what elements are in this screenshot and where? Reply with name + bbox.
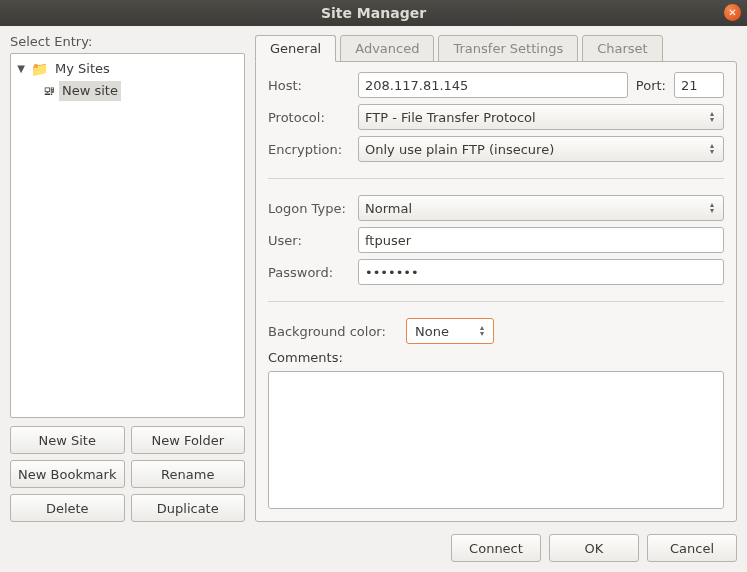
tab-bar: General Advanced Transfer Settings Chars… — [255, 34, 737, 62]
tree-root-label: My Sites — [52, 59, 113, 79]
duplicate-button[interactable]: Duplicate — [131, 494, 246, 522]
port-input[interactable] — [674, 72, 724, 98]
divider — [268, 178, 724, 179]
tree-root-row[interactable]: ▼ 📁 My Sites — [11, 58, 244, 80]
select-entry-label: Select Entry: — [10, 34, 245, 49]
tab-charset[interactable]: Charset — [582, 35, 663, 62]
chevron-down-icon[interactable]: ▼ — [15, 59, 27, 79]
user-label: User: — [268, 233, 350, 248]
logon-type-select[interactable]: Normal ▴▾ — [358, 195, 724, 221]
spinner-icon: ▴▾ — [705, 111, 719, 123]
protocol-value: FTP - File Transfer Protocol — [365, 110, 536, 125]
server-icon: 🖳 — [43, 81, 55, 101]
password-input[interactable] — [358, 259, 724, 285]
logon-type-value: Normal — [365, 201, 412, 216]
password-label: Password: — [268, 265, 350, 280]
spinner-icon: ▴▾ — [705, 143, 719, 155]
port-label: Port: — [636, 78, 666, 93]
ok-button[interactable]: OK — [549, 534, 639, 562]
bgcolor-value: None — [415, 324, 449, 339]
tab-panel-general: Host: Port: Protocol: FTP - File Transfe… — [255, 61, 737, 522]
connect-button[interactable]: Connect — [451, 534, 541, 562]
cancel-button[interactable]: Cancel — [647, 534, 737, 562]
folder-icon: 📁 — [31, 62, 48, 76]
comments-label: Comments: — [268, 350, 343, 365]
tab-transfer[interactable]: Transfer Settings — [438, 35, 578, 62]
tree-site-label: New site — [59, 81, 121, 101]
titlebar: Site Manager ✕ — [0, 0, 747, 26]
tree-site-row[interactable]: 🖳 New site — [11, 80, 244, 102]
bgcolor-label: Background color: — [268, 324, 398, 339]
close-icon: ✕ — [728, 7, 736, 18]
host-input[interactable] — [358, 72, 628, 98]
spinner-icon: ▴▾ — [475, 325, 489, 337]
comments-input[interactable] — [268, 371, 724, 509]
tab-advanced[interactable]: Advanced — [340, 35, 434, 62]
logon-type-label: Logon Type: — [268, 201, 350, 216]
encryption-label: Encryption: — [268, 142, 350, 157]
tab-general[interactable]: General — [255, 35, 336, 62]
rename-button[interactable]: Rename — [131, 460, 246, 488]
window-title: Site Manager — [321, 5, 426, 21]
protocol-label: Protocol: — [268, 110, 350, 125]
host-label: Host: — [268, 78, 350, 93]
divider — [268, 301, 724, 302]
close-button[interactable]: ✕ — [724, 4, 741, 21]
user-input[interactable] — [358, 227, 724, 253]
delete-button[interactable]: Delete — [10, 494, 125, 522]
new-bookmark-button[interactable]: New Bookmark — [10, 460, 125, 488]
bgcolor-select[interactable]: None ▴▾ — [406, 318, 494, 344]
new-site-button[interactable]: New Site — [10, 426, 125, 454]
encryption-value: Only use plain FTP (insecure) — [365, 142, 554, 157]
site-tree[interactable]: ▼ 📁 My Sites 🖳 New site — [10, 53, 245, 418]
protocol-select[interactable]: FTP - File Transfer Protocol ▴▾ — [358, 104, 724, 130]
spinner-icon: ▴▾ — [705, 202, 719, 214]
new-folder-button[interactable]: New Folder — [131, 426, 246, 454]
encryption-select[interactable]: Only use plain FTP (insecure) ▴▾ — [358, 136, 724, 162]
